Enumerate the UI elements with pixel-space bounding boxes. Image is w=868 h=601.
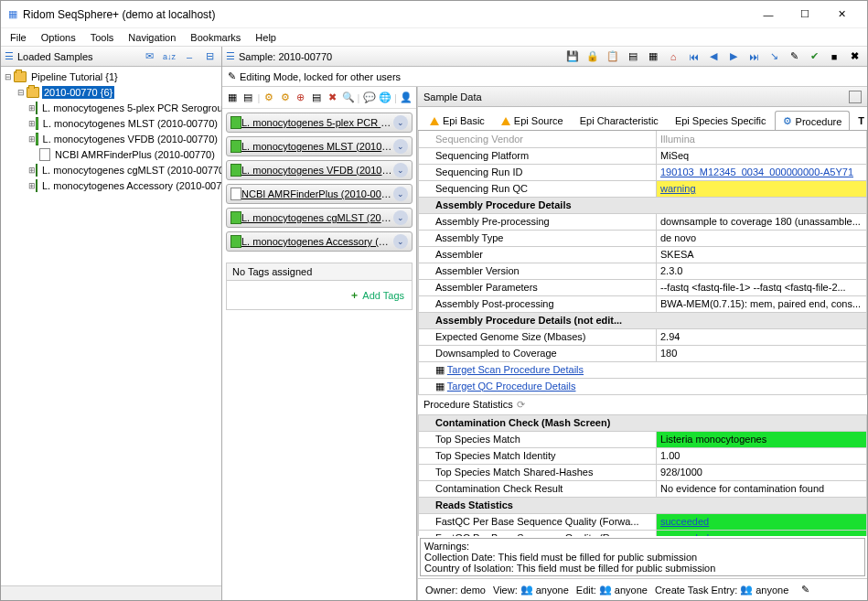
proc-label: L. monocytogenes VFDB (2010-00770) (241, 165, 393, 176)
field-value: 180 (657, 345, 867, 361)
close-button[interactable]: ✕ (823, 2, 860, 27)
field-link[interactable]: succeeded (660, 532, 709, 536)
field-value: 190103_M12345_0034_000000000-A5Y71 (657, 164, 867, 180)
procedure-item[interactable]: L. monocytogenes cgMLST (2010-00...⌄ (226, 208, 413, 228)
menu-file[interactable]: File (5, 30, 32, 45)
proc-label: L. monocytogenes 5-plex PCR Sero... (241, 117, 393, 128)
chevron-down-icon[interactable]: ⌄ (393, 139, 408, 154)
prev-icon[interactable]: ◀ (704, 48, 723, 65)
tab-results[interactable]: TResults (850, 111, 867, 130)
tree-row[interactable]: ⊞L. monocytogenes cgMLST (2010-00770) (3, 162, 220, 177)
mt6[interactable]: ▤ (310, 90, 323, 106)
maximize-pane-icon[interactable] (849, 91, 862, 103)
procedure-item[interactable]: NCBI AMRFinderPlus (2010-00770)⌄ (226, 184, 413, 204)
menu-bookmarks[interactable]: Bookmarks (185, 30, 246, 45)
table-row: FastQC Per Base Sequence Quality (Forwa.… (419, 513, 867, 530)
tab-epi-species-specific[interactable]: Epi Species Specific (667, 111, 775, 130)
tree-row[interactable]: ⊞L. monocytogenes VFDB (2010-00770) (3, 131, 220, 146)
tree-row[interactable]: ⊟Pipeline Tutorial {1} (3, 69, 220, 84)
next-icon[interactable]: ▶ (724, 48, 743, 65)
last-icon[interactable]: ⏭ (745, 48, 763, 65)
left-pane: ☰ Loaded Samples ✉ a↓z – ⊟ ⊟Pipeline Tut… (1, 47, 222, 600)
menu-tools[interactable]: Tools (85, 30, 120, 45)
field-label: Top Species Match Identity (419, 447, 657, 464)
expander-icon[interactable]: ⊞ (28, 134, 36, 144)
field-label: Assembly Pre-processing (419, 213, 657, 230)
procedure-item[interactable]: L. monocytogenes MLST (2010-00770)⌄ (226, 136, 413, 156)
chevron-down-icon[interactable]: ⌄ (393, 234, 408, 249)
tree-row[interactable]: ⊟2010-00770 {6} (3, 84, 220, 100)
lock-icon[interactable]: 🔒 (584, 48, 602, 65)
data-scroll[interactable]: Sequencing VendorIlluminaSequencing Plat… (418, 131, 867, 536)
tree-row[interactable]: ⊞L. monocytogenes 5-plex PCR Serogroup (3, 100, 220, 115)
close-sample-icon[interactable]: ✖ (845, 48, 863, 65)
apply-icon[interactable]: ↘ (765, 48, 783, 65)
stop-icon[interactable]: ■ (825, 48, 843, 65)
window-title: Ridom SeqSphere+ (demo at localhost) (23, 8, 750, 21)
procedure-item[interactable]: L. monocytogenes 5-plex PCR Sero...⌄ (226, 113, 413, 133)
target-icon[interactable]: ⊕ (295, 90, 307, 106)
procedure-item[interactable]: L. monocytogenes VFDB (2010-00770)⌄ (226, 160, 413, 180)
proc-icon (230, 188, 241, 200)
procedure-item[interactable]: L. monocytogenes Accessory (2010...⌄ (226, 231, 413, 252)
menu-options[interactable]: Options (36, 30, 81, 45)
tab-epi-characteristic[interactable]: Epi Characteristic (572, 111, 667, 130)
tree-row[interactable]: ⊞L. monocytogenes Accessory (2010-00770) (3, 177, 220, 193)
home-icon[interactable]: ⌂ (664, 48, 682, 65)
clipboard-icon[interactable]: 📋 (604, 48, 622, 65)
delete-icon[interactable]: ✖ (326, 90, 338, 106)
search-icon[interactable]: 🔍 (341, 90, 354, 106)
mt1[interactable]: ▦ (226, 90, 239, 106)
refresh-icon[interactable]: ⟳ (517, 399, 525, 411)
expander-icon[interactable]: ⊞ (28, 119, 36, 128)
table-row: Top Species Match Identity1.00 (419, 447, 867, 464)
edit-icon[interactable]: ✎ (785, 48, 803, 65)
detail-link[interactable]: Target QC Procedure Details (447, 381, 576, 392)
tree-hscroll[interactable] (1, 585, 221, 600)
maximize-button[interactable]: ☐ (787, 2, 823, 27)
minimize-button[interactable]: ― (750, 2, 787, 27)
owner-value: demo (460, 585, 486, 596)
field-link[interactable]: 190103_M12345_0034_000000000-A5Y71 (660, 166, 853, 177)
chevron-down-icon[interactable]: ⌄ (393, 187, 408, 201)
menu-navigation[interactable]: Navigation (123, 30, 181, 45)
chevron-down-icon[interactable]: ⌄ (393, 115, 408, 130)
open-icon[interactable]: ✉ (141, 48, 157, 65)
collapse-icon[interactable]: ⊟ (201, 48, 218, 65)
comment-icon[interactable]: 💬 (362, 90, 375, 106)
edit-perms-icon[interactable]: ✎ (796, 582, 814, 598)
tab-procedure[interactable]: ⚙Procedure (775, 111, 851, 131)
view-value: anyone (536, 585, 569, 596)
remove-icon[interactable]: – (181, 48, 198, 65)
menu-help[interactable]: Help (250, 30, 282, 45)
table-icon[interactable]: ▤ (624, 48, 642, 65)
tab-epi-basic[interactable]: Epi Basic (422, 111, 493, 130)
user-icon[interactable]: 👤 (400, 90, 413, 106)
gear-icon[interactable]: ⚙ (263, 90, 275, 106)
mt2[interactable]: ▤ (241, 90, 254, 106)
tree-row[interactable]: ⊞L. monocytogenes MLST (2010-00770) (3, 115, 220, 131)
detail-link[interactable]: Target Scan Procedure Details (447, 364, 584, 375)
first-icon[interactable]: ⏮ (684, 48, 702, 65)
expander-icon[interactable]: ⊞ (28, 103, 36, 113)
expander-icon[interactable]: ⊟ (16, 88, 27, 97)
gear2-icon[interactable]: ⚙ (279, 90, 292, 106)
add-tags-button[interactable]: ＋ Add Tags (349, 288, 404, 302)
proc-icon (230, 140, 241, 153)
field-link[interactable]: warning (660, 183, 696, 194)
globe-icon[interactable]: 🌐 (379, 90, 391, 106)
check-icon[interactable]: ✔ (805, 48, 823, 65)
expander-icon[interactable]: ⊟ (3, 72, 14, 81)
field-label: Sequencing Run ID (419, 164, 657, 180)
tree-row[interactable]: NCBI AMRFinderPlus (2010-00770) (3, 146, 220, 162)
expander-icon[interactable]: ⊞ (28, 166, 36, 175)
sort-icon[interactable]: a↓z (161, 48, 177, 65)
field-link[interactable]: succeeded (660, 516, 709, 527)
expander-icon[interactable]: ⊞ (28, 181, 36, 190)
chevron-down-icon[interactable]: ⌄ (393, 210, 408, 225)
sample-tree[interactable]: ⊟Pipeline Tutorial {1}⊟2010-00770 {6}⊞L.… (1, 67, 221, 585)
save-icon[interactable]: 💾 (563, 48, 582, 65)
tab-epi-source[interactable]: Epi Source (493, 111, 572, 130)
tb5[interactable]: ▦ (644, 48, 662, 65)
chevron-down-icon[interactable]: ⌄ (393, 163, 408, 177)
